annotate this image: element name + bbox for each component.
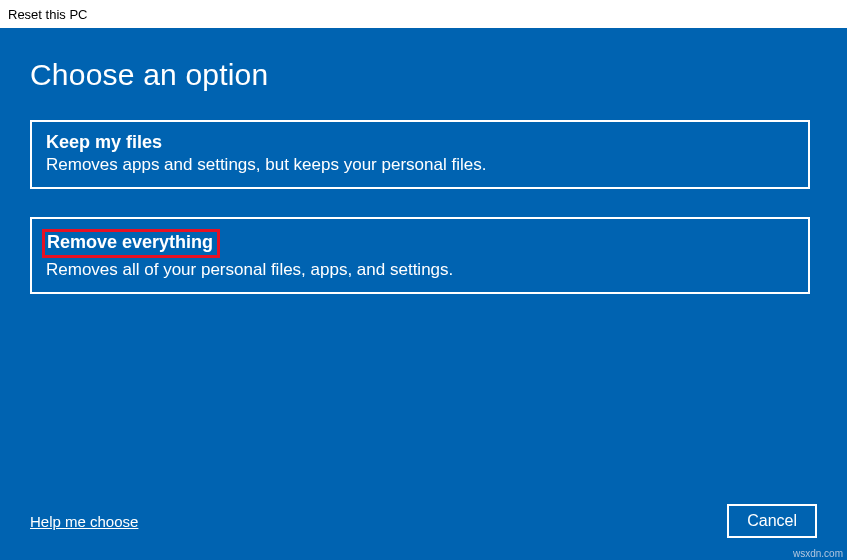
option-title: Keep my files [46, 132, 162, 152]
main-panel: Choose an option Keep my files Removes a… [0, 28, 847, 560]
window-title: Reset this PC [8, 7, 87, 22]
option-title: Remove everything [47, 232, 213, 252]
option-title-wrap: Keep my files [46, 132, 162, 153]
option-remove-everything[interactable]: Remove everything Removes all of your pe… [30, 217, 810, 294]
footer: Help me choose Cancel [30, 504, 817, 538]
window-titlebar: Reset this PC [0, 0, 847, 28]
option-description: Removes apps and settings, but keeps you… [46, 155, 794, 175]
option-title-highlight: Remove everything [42, 229, 220, 258]
option-description: Removes all of your personal files, apps… [46, 260, 794, 280]
page-heading: Choose an option [30, 58, 817, 92]
cancel-button[interactable]: Cancel [727, 504, 817, 538]
option-keep-my-files[interactable]: Keep my files Removes apps and settings,… [30, 120, 810, 189]
watermark: wsxdn.com [793, 548, 843, 559]
help-me-choose-link[interactable]: Help me choose [30, 513, 138, 530]
